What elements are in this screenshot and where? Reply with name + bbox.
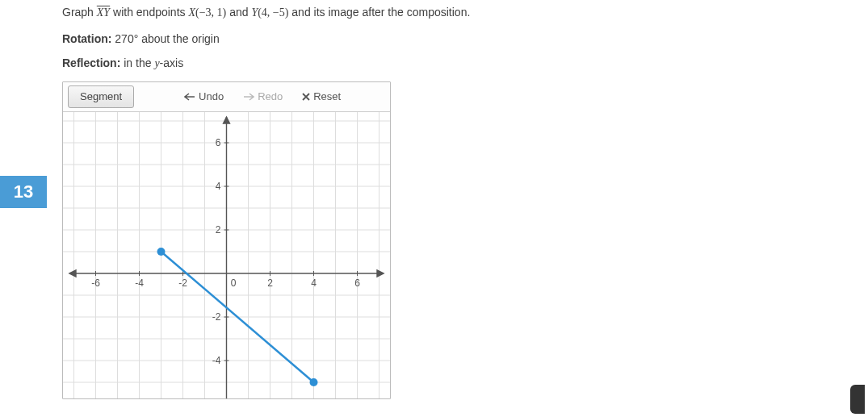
t1: Graph: [62, 6, 97, 19]
undo-label: Undo: [199, 90, 224, 102]
ylabel-2: 2: [216, 224, 221, 236]
point-x-label: X: [188, 6, 195, 19]
xlabel-n6: -6: [91, 277, 100, 289]
rotation-line: Rotation: 270° about the origin: [62, 32, 860, 45]
instruction-text: Graph XY with endpoints X(−3, 1) and Y(4…: [62, 5, 860, 21]
ylabel-4: 4: [216, 181, 221, 192]
xlabel-2: 2: [267, 277, 273, 289]
ylabel-n4: -4: [212, 355, 221, 366]
segment-tool-button[interactable]: Segment: [68, 85, 134, 108]
close-icon: [302, 93, 310, 101]
svg-marker-28: [377, 270, 384, 277]
graph-canvas[interactable]: -6 -4 -2 0 2 4 6 -4 -2 2 4 6: [63, 112, 390, 398]
undo-button[interactable]: Undo: [184, 90, 224, 102]
undo-icon: [184, 93, 195, 101]
problem-number: 13: [0, 176, 47, 208]
reflection-label: Reflection:: [62, 56, 120, 69]
coordinate-grid: -6 -4 -2 0 2 4 6 -4 -2 2 4 6: [63, 112, 390, 398]
rotation-value: 270° about the origin: [111, 32, 219, 45]
xlabel-4: 4: [311, 277, 317, 289]
reset-label: Reset: [313, 90, 341, 102]
xlabel-n2: -2: [178, 277, 187, 289]
side-handle[interactable]: [850, 385, 865, 414]
redo-icon: [243, 93, 254, 101]
graph-widget: Segment Undo Redo Reset: [62, 81, 391, 399]
reflection-post: -axis: [160, 56, 184, 69]
xlabel-0: 0: [231, 277, 237, 289]
endpoint-x[interactable]: [157, 248, 166, 256]
xlabel-n4: -4: [135, 277, 144, 289]
svg-marker-30: [224, 117, 230, 123]
reflection-pre: in the: [120, 56, 154, 69]
rotation-label: Rotation:: [62, 32, 111, 45]
svg-marker-29: [69, 270, 76, 277]
segment-name: XY: [97, 6, 110, 19]
ylabel-6: 6: [216, 137, 221, 148]
t4: and its image after the composition.: [288, 6, 470, 19]
redo-label: Redo: [258, 90, 283, 102]
point-x-coords: (−3, 1): [195, 6, 226, 19]
graph-toolbar: Segment Undo Redo Reset: [63, 82, 390, 112]
xlabel-6: 6: [354, 277, 360, 289]
t2: with endpoints: [110, 6, 188, 19]
point-y-coords: (4, −5): [258, 6, 288, 19]
endpoint-y[interactable]: [310, 378, 318, 386]
t3: and: [226, 6, 251, 19]
redo-button[interactable]: Redo: [243, 90, 283, 102]
reflection-line: Reflection: in the y-axis: [62, 56, 860, 70]
reset-button[interactable]: Reset: [302, 90, 341, 102]
ylabel-n2: -2: [212, 311, 221, 323]
